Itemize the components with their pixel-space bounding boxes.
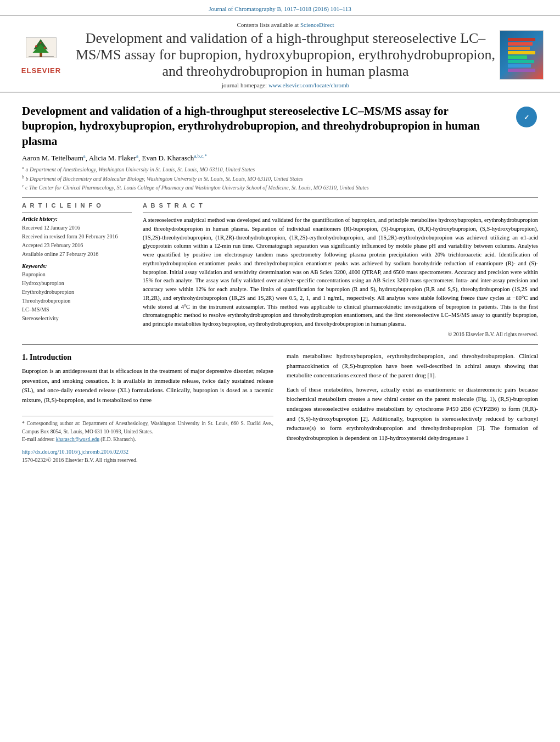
email-line: E-mail address: kharasch@wustl.edu (E.D.… xyxy=(22,436,273,443)
header-center: Contents lists available at ScienceDirec… xyxy=(71,21,500,88)
revised-date: Received in revised form 20 February 201… xyxy=(22,232,132,241)
section-divider-top xyxy=(22,197,538,198)
issn-line: 1570-0232/© 2016 Elsevier B.V. All right… xyxy=(22,456,273,464)
available-date: Available online 27 February 2016 xyxy=(22,250,132,259)
keyword-4: Threohydrobupropion xyxy=(22,297,132,305)
body-col-left: 1. Introduction Bupropion is an antidepr… xyxy=(22,352,273,464)
crossmark-badge[interactable]: ✓ xyxy=(516,107,538,129)
email-label: E-mail address: xyxy=(22,437,54,442)
article-body: Development and validation of a high-thr… xyxy=(0,93,560,475)
elsevier-tree-icon xyxy=(22,35,60,65)
homepage-url[interactable]: www.elsevier.com/locate/chromb xyxy=(268,82,349,88)
keywords-list: Bupropion Hydroxybupropion Erythrohydrob… xyxy=(22,270,132,323)
article-title-section: Development and validation of a high-thr… xyxy=(22,98,538,149)
body-columns: 1. Introduction Bupropion is an antidepr… xyxy=(22,352,538,464)
abstract-column: A B S T R A C T A stereoselective analyt… xyxy=(143,202,538,337)
journal-cover-image xyxy=(500,30,544,80)
article-info-header: A R T I C L E I N F O xyxy=(22,202,132,209)
journal-reference: Journal of Chromatography B, 1017–1018 (… xyxy=(209,5,351,12)
keyword-1: Bupropion xyxy=(22,270,132,279)
keywords-title: Keywords: xyxy=(22,263,132,269)
email-link[interactable]: kharasch@wustl.edu xyxy=(56,437,99,442)
body-col-right: main metabolites: hydroxybupropion, eryt… xyxy=(287,352,538,464)
intro-para-2: main metabolites: hydroxybupropion, eryt… xyxy=(287,352,538,381)
received-date: Received 12 January 2016 xyxy=(22,224,132,232)
body-divider xyxy=(22,344,538,345)
svg-point-4 xyxy=(35,45,37,47)
affiliations: a a Department of Anesthesiology, Washin… xyxy=(22,165,538,192)
corresponding-author-note: * Corresponding author at: Department of… xyxy=(22,420,273,436)
affiliation-b: b b Department of Biochemistry and Molec… xyxy=(22,174,538,183)
header-main: ELSEVIER Contents lists available at Sci… xyxy=(0,16,560,93)
accepted-date: Accepted 23 February 2016 xyxy=(22,241,132,250)
journal-title: Development and validation of a high-thr… xyxy=(71,30,500,80)
elsevier-logo-section: ELSEVIER xyxy=(11,35,71,75)
header-top: Journal of Chromatography B, 1017–1018 (… xyxy=(0,0,560,16)
affiliation-a: a a Department of Anesthesiology, Washin… xyxy=(22,165,538,174)
svg-point-5 xyxy=(44,47,46,49)
intro-para-1: Bupropion is an antidepressant that is e… xyxy=(22,366,273,405)
email-suffix: (E.D. Kharasch). xyxy=(100,437,136,442)
keyword-6: Stereoselectivity xyxy=(22,314,132,323)
abstract-header: A B S T R A C T xyxy=(143,202,538,209)
article-info-column: A R T I C L E I N F O Article history: R… xyxy=(22,202,132,337)
article-title: Development and validation of a high-thr… xyxy=(22,104,516,149)
header-logo-right xyxy=(500,30,549,80)
svg-rect-1 xyxy=(40,53,42,57)
homepage-line: journal homepage: www.elsevier.com/locat… xyxy=(71,82,500,88)
two-column-section: A R T I C L E I N F O Article history: R… xyxy=(22,202,538,337)
svg-point-6 xyxy=(40,42,42,43)
authors-line: Aaron M. Teitelbauma, Alicia M. Flakera,… xyxy=(22,153,538,163)
page-container: Journal of Chromatography B, 1017–1018 (… xyxy=(0,0,560,742)
keyword-2: Hydroxybupropion xyxy=(22,279,132,288)
intro-para-3: Each of these metabolites, however, actu… xyxy=(287,385,538,443)
affiliation-c: c c The Center for Clinical Pharmacology… xyxy=(22,183,538,192)
doi-line: http://dx.doi.org/10.1016/j.jchromb.2016… xyxy=(22,448,273,456)
crossmark-icon: ✓ xyxy=(516,107,537,127)
keyword-5: LC–MS/MS xyxy=(22,305,132,314)
elsevier-brand-label: ELSEVIER xyxy=(21,66,61,75)
introduction-heading: 1. Introduction xyxy=(22,352,273,363)
elsevier-logo: ELSEVIER xyxy=(21,35,61,75)
svg-text:✓: ✓ xyxy=(524,114,529,121)
doi-link[interactable]: http://dx.doi.org/10.1016/j.jchromb.2016… xyxy=(22,449,128,455)
article-dates: Received 12 January 2016 Received in rev… xyxy=(22,224,132,259)
contents-text: Contents lists available at xyxy=(237,21,299,28)
article-history-title: Article history: xyxy=(22,216,132,222)
copyright-line: © 2016 Elsevier B.V. All rights reserved… xyxy=(143,331,538,337)
contents-line: Contents lists available at ScienceDirec… xyxy=(71,21,500,28)
footnote-area: * Corresponding author at: Department of… xyxy=(22,416,273,464)
sciencedirect-link[interactable]: ScienceDirect xyxy=(300,21,334,28)
homepage-text: journal homepage: xyxy=(222,82,267,88)
keyword-3: Erythrohydrobupropion xyxy=(22,288,132,297)
abstract-text: A stereoselective analytical method was … xyxy=(143,216,538,328)
